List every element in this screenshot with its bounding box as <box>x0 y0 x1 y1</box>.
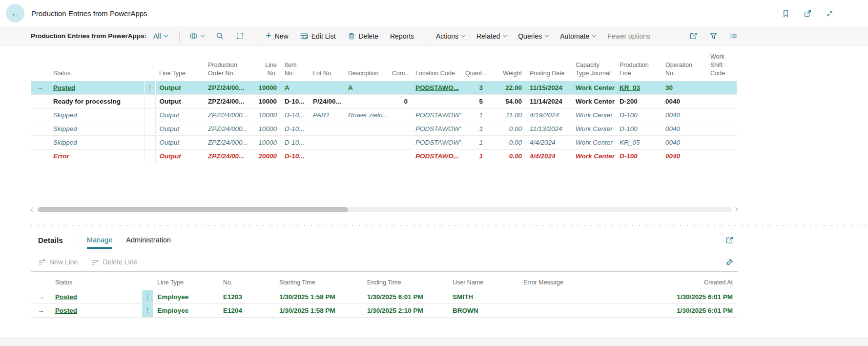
column-header-ending_time[interactable]: Ending Time <box>363 277 449 290</box>
column-header-starting_time[interactable]: Starting Time <box>275 277 363 290</box>
table-row[interactable]: SkippedOutputZPZ/24/000...10000D-10...PO… <box>31 135 737 149</box>
cell-status[interactable]: Posted <box>51 303 142 317</box>
cell-location_code[interactable]: PODSTAWOWY <box>412 122 461 135</box>
cell-posting_date[interactable]: 11/15/2024 <box>526 81 572 95</box>
cell-item_no[interactable]: D-10... <box>281 135 309 149</box>
horizontal-scrollbar[interactable] <box>31 206 738 213</box>
cell-quantity[interactable]: 5 <box>461 94 487 108</box>
cell-weight[interactable]: 0.00 <box>487 149 526 163</box>
cell-com[interactable] <box>388 122 412 135</box>
cell-line_type[interactable]: Output <box>155 122 204 135</box>
row-kebab-icon[interactable] <box>145 135 155 149</box>
cell-ending_time[interactable]: 1/30/2025 6:01 PM <box>363 290 449 304</box>
cell-production_line[interactable]: D-200 <box>616 94 661 108</box>
cell-production_order_no[interactable]: ZPZ/24/00... <box>204 94 250 108</box>
table-row[interactable]: →Posted⋮OutputZPZ/24/00...10000AAPODSTAW… <box>31 81 737 95</box>
column-header-description[interactable]: Description <box>344 51 388 81</box>
column-header-production_order_no[interactable]: Production Order No. <box>204 51 250 81</box>
cell-line_type[interactable]: Employee <box>153 290 219 304</box>
column-header-item_no[interactable]: Item No. <box>281 51 309 81</box>
tab-administration[interactable]: Administration <box>126 236 171 245</box>
cell-weight[interactable]: 22.00 <box>487 81 526 95</box>
cell-line_no[interactable]: 10000 <box>250 94 281 108</box>
cell-capacity_type_journal[interactable]: Work Center <box>572 94 616 108</box>
column-header-line_no[interactable]: Line No. <box>250 51 281 81</box>
cell-user_name[interactable]: SMITH <box>449 290 519 304</box>
bookmark-icon[interactable] <box>782 9 790 18</box>
cell-work_shift_code[interactable] <box>706 149 737 163</box>
cell-line_no[interactable]: 20000 <box>250 149 281 163</box>
cell-weight[interactable]: 11.00 <box>487 108 526 122</box>
tab-manage[interactable]: Manage <box>87 236 112 245</box>
cell-production_line[interactable]: D-100 <box>616 108 661 122</box>
cell-line_type[interactable]: Employee <box>153 303 219 317</box>
cell-line_type[interactable]: Output <box>155 135 204 149</box>
cell-status[interactable]: Posted <box>51 290 142 304</box>
cell-starting_time[interactable]: 1/30/2025 1:58 PM <box>275 290 363 304</box>
column-header-line_type[interactable]: Line Type <box>153 277 219 290</box>
cell-com[interactable] <box>388 108 412 122</box>
column-header-operation_no[interactable]: Operation No. <box>661 51 706 81</box>
cell-production_order_no[interactable]: ZPZ/24/000... <box>204 135 250 149</box>
actions-menu[interactable]: Actions <box>436 32 465 40</box>
cell-production_order_no[interactable]: ZPZ/24/00... <box>204 81 250 95</box>
cell-link[interactable]: Posted <box>53 84 75 91</box>
cell-location_code[interactable]: PODSTAWOWY <box>412 108 461 122</box>
cell-production_line[interactable]: D-100 <box>616 149 661 163</box>
cell-production_line[interactable]: KR_03 <box>616 81 661 95</box>
collapse-icon[interactable] <box>826 9 834 18</box>
cell-item_no[interactable]: D-10... <box>281 108 309 122</box>
cell-quantity[interactable]: 1 <box>461 122 487 135</box>
cell-error_message[interactable] <box>519 290 666 304</box>
back-button[interactable]: ← <box>6 4 24 22</box>
view-filter-all-dropdown[interactable]: All <box>153 32 167 40</box>
cell-location_code[interactable]: PODSTAWO... <box>412 149 461 163</box>
cell-work_shift_code[interactable] <box>706 108 737 122</box>
analyze-icon[interactable] <box>189 32 204 40</box>
new-line-button[interactable]: New Line <box>38 258 78 266</box>
cell-item_no[interactable]: D-10... <box>281 149 309 163</box>
cell-production_line[interactable]: KR_05 <box>616 135 661 149</box>
cell-line_type[interactable]: Output <box>155 81 204 95</box>
scroll-left-icon[interactable] <box>30 207 35 212</box>
column-header-location_code[interactable]: Location Code <box>412 51 461 81</box>
cell-operation_no[interactable]: 30 <box>661 81 706 95</box>
column-header-capacity_type_journal[interactable]: Capacity Type Journal <box>572 51 616 81</box>
cell-line_no[interactable]: 10000 <box>250 122 281 135</box>
cell-operation_no[interactable]: 0040 <box>661 108 706 122</box>
cell-error_message[interactable] <box>519 303 666 317</box>
cell-lot_no[interactable] <box>309 135 344 149</box>
table-row[interactable]: SkippedOutputZPZ/24/000...10000D-10...PO… <box>31 122 737 135</box>
cell-lot_no[interactable] <box>309 149 344 163</box>
cell-com[interactable] <box>388 135 412 149</box>
cell-status[interactable]: Error <box>49 149 145 163</box>
table-row[interactable]: Ready for processingOutputZPZ/24/00...10… <box>31 94 737 108</box>
column-header-error_message[interactable]: Error Message <box>519 277 666 290</box>
share-icon[interactable] <box>725 236 734 244</box>
cell-lot_no[interactable]: P/24/00... <box>309 94 344 108</box>
row-kebab-icon[interactable]: ⋮ <box>142 303 153 317</box>
filter-icon[interactable] <box>709 32 718 40</box>
cell-weight[interactable]: 0.00 <box>487 122 526 135</box>
column-header-com[interactable]: Com... <box>388 51 412 81</box>
cell-status[interactable]: Skipped <box>49 135 145 149</box>
scrollbar-thumb[interactable] <box>38 207 348 212</box>
row-kebab-icon[interactable] <box>145 108 155 122</box>
cell-quantity[interactable]: 3 <box>461 81 487 95</box>
delete-line-button[interactable]: Delete Line <box>91 258 137 266</box>
cell-work_shift_code[interactable] <box>706 94 737 108</box>
cell-com[interactable] <box>388 149 412 163</box>
cell-location_code[interactable]: PODSTAWO... <box>412 81 461 95</box>
cell-com[interactable] <box>388 81 412 95</box>
cell-production_order_no[interactable]: ZPZ/24/00... <box>204 149 250 163</box>
cell-production_order_no[interactable]: ZPZ/24/000... <box>204 122 250 135</box>
column-header-lot_no[interactable]: Lot No. <box>309 51 344 81</box>
column-header-line_type[interactable]: Line Type <box>155 51 204 81</box>
cell-description[interactable] <box>344 94 388 108</box>
column-header-posting_date[interactable]: Posting Date <box>526 51 572 81</box>
cell-lot_no[interactable] <box>309 122 344 135</box>
cell-operation_no[interactable]: 0040 <box>661 135 706 149</box>
edit-list-button[interactable]: Edit List <box>300 32 336 40</box>
row-kebab-icon[interactable]: ⋮ <box>145 81 155 95</box>
cell-line_type[interactable]: Output <box>155 149 204 163</box>
